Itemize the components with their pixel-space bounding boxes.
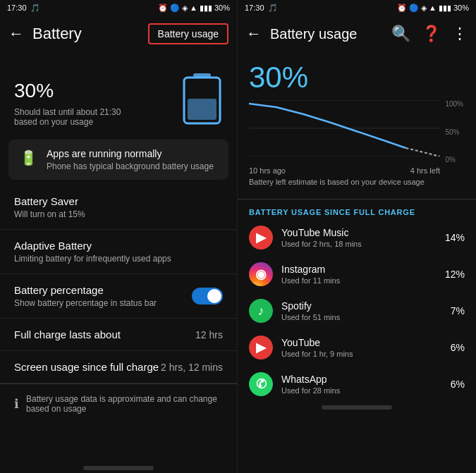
right-page-title: Battery usage: [270, 26, 383, 42]
yt-music-pct: 14%: [445, 232, 465, 243]
right-alarm-icon: ⏰: [397, 4, 407, 13]
right-bluetooth-icon: 🔵: [409, 4, 419, 13]
wifi-icon: ▲: [190, 4, 197, 12]
full-charge-item: Full charge lasts about 12 hrs: [0, 319, 237, 351]
right-nfc-icon: ◈: [421, 4, 427, 13]
nav-handle-right: [322, 405, 392, 410]
battery-main-section: 30% Should last until about 21:30 based …: [0, 52, 237, 134]
right-back-button[interactable]: ←: [243, 22, 264, 46]
yt-music-icon: ▶: [249, 226, 273, 250]
chart-time-labels: 10 hrs ago 4 hrs left: [249, 166, 465, 175]
left-panel: 17:30 🎵 ⏰ 🔵 ◈ ▲ ▮▮▮ 30% ← Battery Batter…: [0, 0, 238, 473]
battery-percentage-toggle[interactable]: [192, 288, 223, 305]
instagram-name: Instagram: [281, 264, 437, 275]
battery-usage-button[interactable]: Battery usage: [148, 23, 228, 44]
yt-music-name: YouTube Music: [281, 227, 437, 238]
app-row-spotify[interactable]: ♪ Spotify Used for 51 mins 7%: [238, 293, 476, 329]
footer-note-text: Battery usage data is approximate and ca…: [26, 394, 223, 414]
chart-divider: [238, 199, 476, 199]
adaptive-battery-title: Adaptive Battery: [14, 240, 171, 252]
battery-pct-left: 30%: [214, 4, 230, 12]
screen-usage-title: Screen usage since full charge: [14, 361, 159, 373]
footer-note: ℹ Battery usage data is approximate and …: [0, 383, 237, 424]
page-title-left: Battery: [32, 25, 140, 43]
whatsapp-sub: Used for 28 mins: [281, 386, 442, 395]
chart-y-50: 50%: [445, 128, 463, 136]
left-status-bar: 17:30 🎵 ⏰ 🔵 ◈ ▲ ▮▮▮ 30%: [0, 0, 237, 16]
app-row-instagram[interactable]: ◉ Instagram Used for 11 mins 12%: [238, 256, 476, 293]
right-panel: 17:30 🎵 ⏰ 🔵 ◈ ▲ ▮▮▮ 30% ← Battery usage …: [238, 0, 476, 473]
youtube-icon: ▶: [249, 336, 273, 360]
instagram-info: Instagram Used for 11 mins: [281, 264, 437, 285]
instagram-sub: Used for 11 mins: [281, 276, 437, 285]
yt-music-sub: Used for 2 hrs, 18 mins: [281, 240, 437, 248]
battery-percentage-sub: Show battery percentage in status bar: [14, 298, 157, 308]
adaptive-battery-item[interactable]: Adaptive Battery Limiting battery for in…: [0, 230, 237, 274]
battery-percentage-title: Battery percentage: [14, 284, 157, 296]
bluetooth-icon: 🔵: [170, 4, 180, 13]
battery-icon-large: [181, 70, 223, 126]
app-row-youtube-music[interactable]: ▶ YouTube Music Used for 2 hrs, 18 mins …: [238, 219, 476, 256]
right-spotify-icon: 🎵: [268, 4, 278, 13]
left-top-bar: ← Battery Battery usage: [0, 16, 237, 52]
nav-handle-left: [83, 466, 154, 470]
app-row-whatsapp[interactable]: ✆ WhatsApp Used for 28 mins 6%: [238, 366, 476, 403]
alarm-icon: ⏰: [158, 4, 168, 13]
youtube-name: YouTube: [281, 337, 442, 348]
spotify-pct: 7%: [451, 305, 465, 317]
right-time: 17:30: [245, 4, 264, 12]
right-signal-icon: ▮▮▮: [439, 4, 451, 13]
instagram-icon: ◉: [249, 262, 273, 286]
battery-saver-item[interactable]: Battery Saver Will turn on at 15%: [0, 185, 237, 230]
battery-saver-sub: Will turn on at 15%: [14, 209, 85, 219]
more-button[interactable]: ⋮: [449, 22, 470, 46]
battery-sublabel: Should last until about 21:30 based on y…: [14, 107, 127, 127]
notif-text: Apps are running normally Phone has typi…: [47, 148, 214, 171]
signal-icon: ▮▮▮: [200, 4, 212, 13]
adaptive-battery-sub: Limiting battery for infrequently used a…: [14, 254, 171, 264]
notif-subtitle: Phone has typical background battery usa…: [47, 161, 214, 171]
spotify-info: Spotify Used for 51 mins: [281, 300, 442, 321]
right-battery-pct: 30%: [453, 4, 469, 12]
youtube-info: YouTube Used for 1 hr, 9 mins: [281, 337, 442, 358]
chart-y-0: 0%: [445, 156, 463, 164]
full-charge-value: 12 hrs: [195, 329, 223, 340]
whatsapp-icon: ✆: [249, 372, 273, 396]
notification-card: 🔋 Apps are running normally Phone has ty…: [8, 140, 228, 180]
spotify-name: Spotify: [281, 300, 442, 312]
right-status-bar: 17:30 🎵 ⏰ 🔵 ◈ ▲ ▮▮▮ 30%: [238, 0, 476, 16]
chart-y-labels: 100% 50% 0%: [445, 100, 465, 164]
battery-percent-display: 30%: [14, 66, 127, 103]
spotify-sub: Used for 51 mins: [281, 313, 442, 321]
chart-footnote: Battery left estimate is based on your d…: [249, 175, 465, 192]
chart-area: 100% 50% 0%: [249, 100, 465, 164]
chart-y-100: 100%: [445, 100, 463, 108]
whatsapp-info: WhatsApp Used for 28 mins: [281, 374, 442, 395]
chart-time-right: 4 hrs left: [410, 166, 440, 175]
notif-battery-icon: 🔋: [18, 148, 38, 168]
help-button[interactable]: ❓: [419, 22, 444, 46]
nfc-icon: ◈: [182, 4, 188, 13]
usage-section-label: BATTERY USAGE SINCE FULL CHARGE: [238, 202, 476, 219]
battery-percentage-item[interactable]: Battery percentage Show battery percenta…: [0, 274, 237, 319]
notif-title: Apps are running normally: [47, 148, 214, 159]
chart-section: 30% 100% 50% 0% 10 hrs ago 4 hrs left Ba: [238, 52, 476, 196]
yt-music-info: YouTube Music Used for 2 hrs, 18 mins: [281, 227, 437, 248]
spotify-icon: ♪: [249, 299, 273, 323]
chart-time-left: 10 hrs ago: [249, 166, 286, 175]
instagram-pct: 12%: [445, 269, 465, 280]
search-button[interactable]: 🔍: [389, 22, 413, 46]
left-time: 17:30: [7, 4, 27, 12]
youtube-pct: 6%: [451, 342, 465, 353]
app-row-youtube[interactable]: ▶ YouTube Used for 1 hr, 9 mins 6%: [238, 329, 476, 366]
right-wifi-icon: ▲: [429, 4, 437, 12]
left-content: 30% Should last until about 21:30 based …: [0, 52, 237, 463]
youtube-sub: Used for 1 hr, 9 mins: [281, 350, 442, 358]
back-button[interactable]: ←: [8, 25, 24, 43]
screen-usage-item: Screen usage since full charge 2 hrs, 12…: [0, 351, 237, 383]
big-percent: 30%: [249, 61, 465, 94]
info-icon: ℹ: [14, 396, 19, 412]
right-top-bar: ← Battery usage 🔍 ❓ ⋮: [238, 16, 476, 52]
spotify-status-icon: 🎵: [30, 4, 40, 13]
battery-saver-title: Battery Saver: [14, 195, 85, 207]
